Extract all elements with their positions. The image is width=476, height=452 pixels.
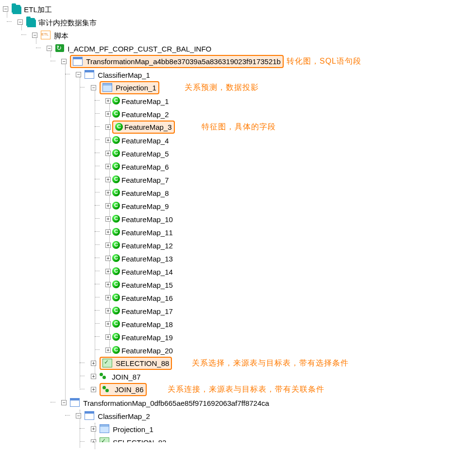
node-feature-map: FeatureMap_11 [121, 228, 173, 237]
feature-map-icon [112, 215, 120, 223]
join-icon [102, 385, 111, 393]
tree-row[interactable]: FeatureMap_5 [0, 146, 476, 159]
node-feature-map: FeatureMap_8 [121, 189, 169, 197]
tree-row[interactable]: FeatureMap_18 [0, 317, 476, 330]
tree-row[interactable]: SELECTION_82 [0, 435, 476, 442]
collapse-icon[interactable] [76, 413, 81, 418]
node-datamart: 审计内控数据集市 [38, 18, 97, 27]
tree-row[interactable]: FeatureMap_8 [0, 186, 476, 199]
expand-icon[interactable] [105, 190, 111, 195]
tree-row[interactable]: FeatureMap_19 [0, 330, 476, 343]
tree-row[interactable]: FeatureMap_14 [0, 264, 476, 278]
tree-row[interactable]: FeatureMap_15 [0, 278, 476, 291]
tree-row[interactable]: ETL加工 [0, 2, 476, 15]
node-feature-map: FeatureMap_9 [121, 202, 169, 210]
expand-icon[interactable] [105, 334, 111, 340]
node-feature-map: FeatureMap_7 [121, 176, 169, 184]
collapse-icon[interactable] [3, 6, 8, 12]
expand-icon[interactable] [91, 374, 96, 379]
tree-row[interactable]: FeatureMap_2 [0, 107, 476, 120]
expand-icon[interactable] [91, 387, 96, 392]
tree-row[interactable]: FeatureMap_6 [0, 159, 476, 173]
expand-icon[interactable] [105, 177, 111, 182]
tree-view: ETL加工 审计内控数据集市 脚本 I_ACDM_PF_CORP_CUST_CR… [0, 0, 476, 452]
expand-icon[interactable] [105, 111, 111, 117]
expand-icon[interactable] [105, 321, 111, 327]
tree-row[interactable]: JOIN_87 [0, 369, 476, 382]
tree-row[interactable]: Projection_1 [0, 422, 476, 435]
tree-row[interactable]: FeatureMap_20 [0, 343, 476, 356]
folder-icon [12, 5, 20, 13]
feature-map-icon [112, 294, 120, 301]
tree-row[interactable]: Projection_1 关系预测，数据投影 [0, 81, 476, 94]
node-feature-map: FeatureMap_3 [124, 123, 172, 131]
expand-icon[interactable] [105, 256, 111, 261]
expand-icon[interactable] [105, 138, 111, 143]
tree-row[interactable]: ClassifierMap_1 [0, 68, 476, 81]
folder-icon [26, 18, 35, 26]
node-feature-map: FeatureMap_10 [121, 215, 173, 224]
collapse-icon[interactable] [17, 19, 23, 25]
tree-row[interactable]: 脚本 [0, 28, 476, 41]
tree-row[interactable]: I_ACDM_PF_CORP_CUST_CR_BAL_INFO [0, 41, 476, 54]
tree-row[interactable]: FeatureMap_10 [0, 212, 476, 225]
expand-icon[interactable] [105, 295, 111, 300]
tree-row[interactable]: FeatureMap_16 [0, 291, 476, 304]
etl-script-icon [41, 31, 51, 39]
expand-icon[interactable] [105, 308, 111, 313]
node-feature-map: FeatureMap_1 [121, 97, 169, 105]
node-feature-map: FeatureMap_2 [121, 110, 169, 119]
selection-icon [102, 359, 112, 367]
expand-icon[interactable] [105, 348, 111, 353]
tree-row[interactable]: FeatureMap_11 [0, 225, 476, 238]
expand-icon[interactable] [105, 164, 111, 169]
expand-icon[interactable] [105, 203, 111, 209]
node-join-86: JOIN_86 [115, 385, 143, 394]
tree-row[interactable]: FeatureMap_1 [0, 94, 476, 107]
tree-row[interactable]: FeatureMap_9 [0, 199, 476, 212]
tree-row[interactable]: ClassifierMap_2 [0, 409, 476, 422]
node-feature-map: FeatureMap_5 [121, 150, 169, 158]
projection-icon [102, 83, 112, 92]
expand-icon[interactable] [105, 151, 111, 156]
expand-icon[interactable] [105, 229, 111, 235]
feature-map-icon [112, 162, 120, 170]
collapse-icon[interactable] [91, 85, 96, 90]
expand-icon[interactable] [91, 426, 96, 432]
annotation-join: 关系连接，来源表与目标表，带有关联条件 [168, 382, 324, 396]
expand-icon[interactable] [91, 439, 96, 442]
selection-icon [100, 437, 109, 442]
tree-row[interactable]: FeatureMap_3特征图，具体的字段 [0, 120, 476, 133]
collapse-icon[interactable] [61, 400, 67, 405]
expand-icon[interactable] [105, 243, 111, 248]
tree-row[interactable]: TransformationMap_a4bb8e37039a5a83631902… [0, 54, 476, 68]
tree-row[interactable]: SELECTION_88 关系选择，来源表与目标表，带有选择条件 [0, 356, 476, 369]
node-transformation-map-2: TransformationMap_0dfb665ae85f971692063a… [83, 399, 269, 407]
transformation-map-icon [73, 57, 83, 66]
tree-row[interactable]: FeatureMap_12 [0, 238, 476, 251]
tree-row[interactable]: FeatureMap_17 [0, 304, 476, 317]
tree-row[interactable]: FeatureMap_4 [0, 133, 476, 146]
collapse-icon[interactable] [61, 59, 67, 64]
feature-map-icon [112, 202, 120, 209]
expand-icon[interactable] [105, 282, 111, 287]
expand-icon[interactable] [105, 124, 111, 130]
tree-row[interactable]: FeatureMap_13 [0, 251, 476, 264]
tree-row[interactable]: TransformationMap_0dfb665ae85f971692063a… [0, 396, 476, 409]
tree-row[interactable]: FeatureMap_7 [0, 173, 476, 186]
node-selection-88: SELECTION_88 [116, 359, 169, 367]
refresh-icon [55, 44, 64, 52]
expand-icon[interactable] [105, 98, 111, 104]
tree-row[interactable]: 审计内控数据集市 [0, 15, 476, 28]
collapse-icon[interactable] [76, 72, 81, 77]
collapse-icon[interactable] [47, 46, 52, 51]
expand-icon[interactable] [105, 269, 111, 274]
collapse-icon[interactable] [32, 33, 37, 38]
tree-row[interactable]: JOIN_86 关系连接，来源表与目标表，带有关联条件 [0, 382, 476, 396]
feature-map-icon [112, 346, 120, 354]
feature-map-icon [112, 149, 120, 157]
expand-icon[interactable] [91, 361, 96, 366]
feature-map-icon [112, 189, 120, 196]
node-feature-map: FeatureMap_4 [121, 137, 169, 145]
expand-icon[interactable] [105, 216, 111, 222]
